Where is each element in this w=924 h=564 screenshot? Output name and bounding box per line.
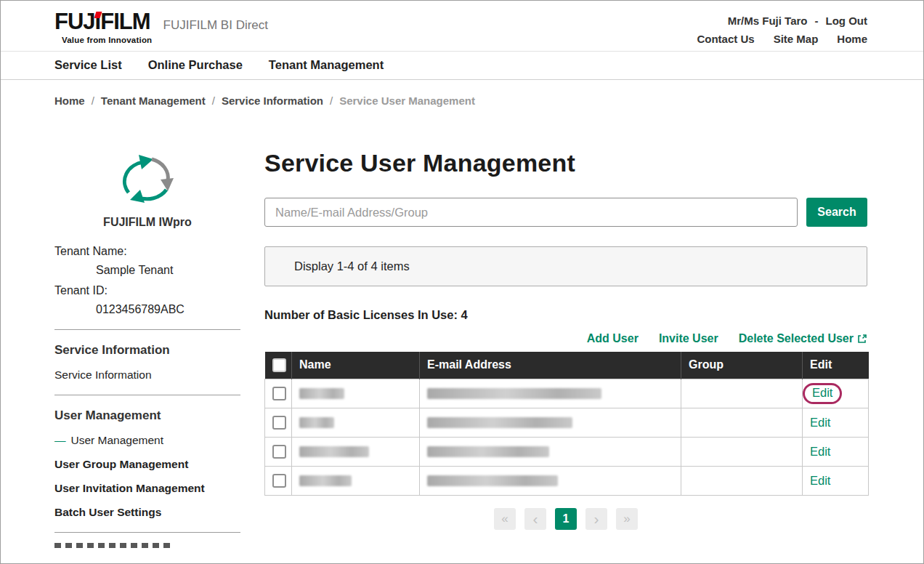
- tenant-info: Tenant Name: Sample Tenant Tenant ID: 01…: [54, 245, 240, 316]
- table-header-row: Name E-mail Address Group Edit: [265, 352, 869, 379]
- edit-link[interactable]: Edit: [810, 445, 830, 458]
- product-name: FUJIFILM BI Direct: [163, 18, 269, 33]
- row-checkbox[interactable]: [272, 445, 286, 459]
- pagination-first-button[interactable]: «: [494, 508, 516, 530]
- service-name-label: FUJIFILM IWpro: [54, 216, 240, 229]
- table-row: Edit: [265, 379, 869, 408]
- sidebar-divider: [54, 329, 240, 330]
- service-logo: FUJIFILM IWpro: [54, 149, 240, 229]
- breadcrumb-separator: /: [330, 94, 333, 107]
- redacted-email: [427, 475, 558, 486]
- nav-online-purchase[interactable]: Online Purchase: [148, 58, 243, 72]
- table-row: Edit: [265, 437, 869, 466]
- sidebar-item-user-management[interactable]: —User Management: [54, 434, 240, 447]
- edit-link[interactable]: Edit: [810, 416, 830, 429]
- search-input[interactable]: [264, 198, 798, 227]
- sidebar-heading-user-management: User Management: [54, 408, 240, 423]
- content: FUJIFILM IWpro Tenant Name: Sample Tenan…: [1, 149, 923, 548]
- column-header-email: E-mail Address: [420, 352, 681, 379]
- header: FUJIFILM FUJIFILM BI Direct Value from I…: [1, 1, 923, 51]
- row-checkbox[interactable]: [272, 416, 286, 430]
- user-name: Mr/Ms Fuji Taro: [728, 15, 808, 27]
- breadcrumb-separator: /: [212, 94, 215, 107]
- table-row: Edit: [265, 466, 869, 495]
- delete-selected-user-link[interactable]: Delete Selected User: [739, 332, 867, 345]
- contact-us-link[interactable]: Contact Us: [697, 33, 754, 45]
- nav-tenant-management[interactable]: Tenant Management: [269, 58, 384, 72]
- pagination-page-1[interactable]: 1: [555, 508, 577, 530]
- pagination-prev-button[interactable]: ‹: [524, 508, 546, 530]
- header-right: Mr/Ms Fuji Taro - Log Out Contact Us Sit…: [697, 10, 867, 45]
- display-info-text: Display 1-4 of 4 items: [294, 259, 410, 273]
- redacted-name: [299, 417, 334, 428]
- tenant-id-label: Tenant ID:: [54, 284, 240, 297]
- pagination: « ‹ 1 › »: [264, 508, 867, 530]
- group-cell: [681, 466, 803, 495]
- invite-user-link[interactable]: Invite User: [659, 332, 718, 345]
- group-cell: [681, 379, 803, 408]
- pagination-next-button[interactable]: ›: [585, 508, 607, 530]
- sidebar: FUJIFILM IWpro Tenant Name: Sample Tenan…: [54, 149, 240, 548]
- column-header-group: Group: [681, 352, 803, 379]
- table-actions: Add User Invite User Delete Selected Use…: [264, 332, 867, 345]
- sidebar-divider: [54, 532, 240, 533]
- logo-part2: FILM: [100, 9, 150, 34]
- redacted-name: [299, 446, 369, 457]
- license-info: Number of Basic Licenses In Use: 4: [264, 308, 867, 322]
- external-link-icon: [857, 334, 867, 344]
- nav-service-list[interactable]: Service List: [54, 58, 122, 72]
- select-all-checkbox[interactable]: [272, 358, 286, 372]
- logout-link[interactable]: Log Out: [826, 15, 867, 27]
- user-table: Name E-mail Address Group Edit Edit: [264, 352, 869, 496]
- breadcrumb-service-information[interactable]: Service Information: [222, 94, 323, 107]
- edit-link[interactable]: Edit: [810, 474, 830, 487]
- breadcrumb: Home / Tenant Management / Service Infor…: [1, 80, 923, 107]
- group-cell: [681, 437, 803, 466]
- edit-highlight-ring: Edit: [803, 383, 842, 404]
- main-nav: Service List Online Purchase Tenant Mana…: [1, 51, 923, 80]
- header-dash: -: [815, 15, 819, 27]
- search-row: Search: [264, 198, 867, 227]
- breadcrumb-current-page: Service User Management: [339, 94, 475, 107]
- add-user-link[interactable]: Add User: [587, 332, 639, 345]
- logo-part1: FUJ: [54, 9, 95, 34]
- brand: FUJIFILM FUJIFILM BI Direct Value from I…: [54, 10, 268, 45]
- redacted-email: [427, 388, 601, 399]
- delete-selected-user-label: Delete Selected User: [739, 332, 854, 345]
- tenant-name-label: Tenant Name:: [54, 245, 240, 258]
- redacted-email: [427, 417, 572, 428]
- fujifilm-logo: FUJIFILM: [54, 10, 150, 33]
- site-map-link[interactable]: Site Map: [774, 33, 819, 45]
- sidebar-item-user-group-management[interactable]: User Group Management: [54, 458, 240, 471]
- group-cell: [681, 408, 803, 437]
- logo-part-i: I: [95, 10, 101, 33]
- breadcrumb-tenant-management[interactable]: Tenant Management: [101, 94, 206, 107]
- redacted-email: [427, 446, 549, 457]
- page-title: Service User Management: [264, 149, 867, 177]
- table-row: Edit: [265, 408, 869, 437]
- column-header-edit: Edit: [803, 352, 869, 379]
- display-info-box: Display 1-4 of 4 items: [264, 246, 867, 286]
- edit-link[interactable]: Edit: [812, 386, 832, 399]
- sidebar-divider: [54, 395, 240, 395]
- sidebar-item-service-information[interactable]: Service Information: [54, 368, 240, 382]
- tenant-id-value: 0123456789ABC: [96, 303, 240, 316]
- main-panel: Service User Management Search Display 1…: [264, 149, 867, 548]
- row-checkbox[interactable]: [272, 474, 286, 488]
- sidebar-clipped-section: [54, 543, 171, 548]
- row-checkbox[interactable]: [272, 387, 286, 400]
- search-button[interactable]: Search: [806, 198, 867, 227]
- sidebar-item-user-invitation-management[interactable]: User Invitation Management: [54, 482, 240, 495]
- pagination-last-button[interactable]: »: [616, 508, 638, 530]
- active-item-marker: —: [54, 434, 66, 446]
- page: FUJIFILM FUJIFILM BI Direct Value from I…: [0, 0, 924, 564]
- home-link[interactable]: Home: [837, 33, 867, 45]
- tenant-name-value: Sample Tenant: [96, 264, 240, 277]
- iwpro-logo-icon: [113, 149, 182, 209]
- column-header-name: Name: [292, 352, 420, 379]
- sidebar-item-batch-user-settings[interactable]: Batch User Settings: [54, 506, 240, 519]
- sidebar-item-label: User Management: [71, 434, 164, 446]
- sidebar-heading-service-information: Service Information: [54, 343, 240, 358]
- breadcrumb-home[interactable]: Home: [54, 94, 85, 107]
- breadcrumb-separator: /: [92, 94, 94, 107]
